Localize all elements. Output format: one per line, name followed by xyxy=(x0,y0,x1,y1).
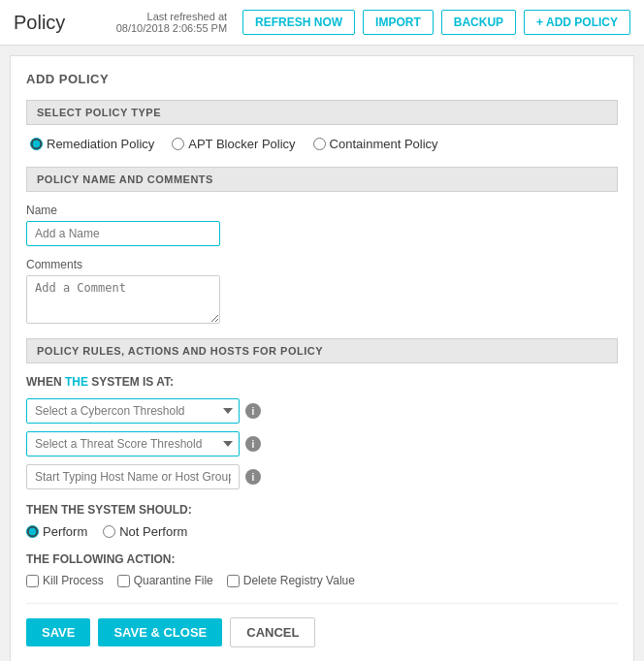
comments-group: Comments xyxy=(26,258,618,327)
comments-label: Comments xyxy=(26,258,618,271)
containment-label: Containment Policy xyxy=(330,137,438,151)
policy-type-group: Remediation Policy APT Blocker Policy Co… xyxy=(26,137,618,151)
delete-registry-label: Delete Registry Value xyxy=(243,574,355,587)
then-label: THEN THE SYSTEM SHOULD: xyxy=(26,503,618,517)
policy-rules-bar: POLICY RULES, ACTIONS AND HOSTS FOR POLI… xyxy=(26,338,618,363)
quarantine-file-option[interactable]: Quarantine File xyxy=(117,574,213,587)
import-button[interactable]: IMPORT xyxy=(363,10,434,35)
host-row: i xyxy=(26,464,618,489)
remediation-radio[interactable] xyxy=(30,138,43,150)
refresh-info: Last refreshed at 08/10/2018 2:06:55 PM xyxy=(116,11,227,34)
perform-option[interactable]: Perform xyxy=(26,524,87,539)
page-header: Policy Last refreshed at 08/10/2018 2:06… xyxy=(0,0,644,46)
kill-process-option[interactable]: Kill Process xyxy=(26,574,104,587)
cybercon-row: Select a Cybercon Threshold i xyxy=(26,398,618,424)
name-label: Name xyxy=(26,204,618,217)
containment-policy-option[interactable]: Containment Policy xyxy=(313,137,438,151)
host-info-icon[interactable]: i xyxy=(245,469,261,485)
threat-score-info-icon[interactable]: i xyxy=(245,436,261,452)
action-label: THE FOLLOWING ACTION: xyxy=(26,552,618,566)
save-button[interactable]: SAVE xyxy=(26,618,90,646)
save-close-button[interactable]: SAVE & CLOSE xyxy=(98,618,222,646)
footer-buttons: SAVE SAVE & CLOSE CANCEL xyxy=(26,603,618,647)
threat-score-row: Select a Threat Score Threshold i xyxy=(26,431,618,456)
not-perform-option[interactable]: Not Perform xyxy=(103,524,187,539)
not-perform-radio[interactable] xyxy=(103,525,115,538)
comments-textarea[interactable] xyxy=(26,275,220,324)
main-content: ADD POLICY SELECT POLICY TYPE Remediatio… xyxy=(10,55,634,661)
apt-blocker-radio[interactable] xyxy=(172,138,184,150)
remediation-label: Remediation Policy xyxy=(47,137,154,151)
action-checkbox-group: Kill Process Quarantine File Delete Regi… xyxy=(26,574,618,587)
backup-button[interactable]: BACKUP xyxy=(441,10,516,35)
kill-process-label: Kill Process xyxy=(43,574,104,587)
perform-radio[interactable] xyxy=(26,525,39,538)
rules-section: WHEN THE SYSTEM IS AT: Select a Cybercon… xyxy=(26,375,618,587)
delete-registry-option[interactable]: Delete Registry Value xyxy=(227,574,355,587)
add-policy-title: ADD POLICY xyxy=(26,72,618,86)
apt-blocker-policy-option[interactable]: APT Blocker Policy xyxy=(172,137,295,151)
refresh-now-button[interactable]: REFRESH NOW xyxy=(242,10,355,35)
select-policy-type-bar: SELECT POLICY TYPE xyxy=(26,100,618,125)
when-label: WHEN THE SYSTEM IS AT: xyxy=(26,375,618,389)
cancel-button[interactable]: CANCEL xyxy=(230,617,315,647)
containment-radio[interactable] xyxy=(313,138,326,150)
page-title: Policy xyxy=(14,12,65,34)
quarantine-file-checkbox[interactable] xyxy=(117,575,130,587)
name-input[interactable] xyxy=(26,221,220,246)
name-group: Name xyxy=(26,204,618,246)
apt-blocker-label: APT Blocker Policy xyxy=(188,137,295,151)
add-policy-button[interactable]: + ADD POLICY xyxy=(524,10,630,35)
host-input[interactable] xyxy=(26,464,240,489)
threat-score-select[interactable]: Select a Threat Score Threshold xyxy=(26,431,240,456)
remediation-policy-option[interactable]: Remediation Policy xyxy=(30,137,154,151)
delete-registry-checkbox[interactable] xyxy=(227,575,240,587)
header-actions: Last refreshed at 08/10/2018 2:06:55 PM … xyxy=(116,10,630,35)
cybercon-info-icon[interactable]: i xyxy=(245,403,261,419)
cybercon-select[interactable]: Select a Cybercon Threshold xyxy=(26,398,240,424)
quarantine-file-label: Quarantine File xyxy=(134,574,213,587)
policy-name-bar: POLICY NAME AND COMMENTS xyxy=(26,167,618,192)
perform-group: Perform Not Perform xyxy=(26,524,618,539)
perform-label: Perform xyxy=(43,524,87,539)
not-perform-label: Not Perform xyxy=(119,524,187,539)
kill-process-checkbox[interactable] xyxy=(26,575,39,587)
